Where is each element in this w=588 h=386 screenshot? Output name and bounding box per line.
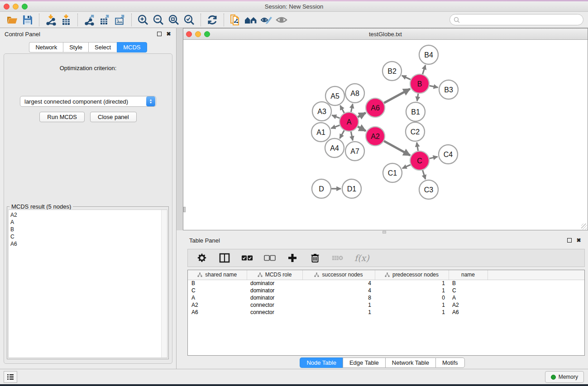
column-header-name[interactable]: name [449, 270, 488, 280]
table-tab-motifs[interactable]: Motifs [435, 357, 465, 368]
edge-A-A7[interactable] [351, 132, 353, 141]
edge-B-B1[interactable] [417, 94, 418, 101]
window-resize-grip[interactable] [581, 224, 587, 229]
zoom-selected-button[interactable] [182, 13, 197, 27]
cell-name[interactable]: A2 [449, 301, 488, 309]
graph-node-D[interactable]: D [312, 179, 331, 198]
table-tab-edge-table[interactable]: Edge Table [343, 357, 385, 368]
graph-node-A4[interactable]: A4 [325, 138, 344, 157]
graph-node-A8[interactable]: A8 [345, 84, 364, 103]
memory-button[interactable]: Memory [545, 371, 584, 383]
edge-A-A1[interactable] [331, 125, 340, 129]
zoom-out-button[interactable] [151, 13, 166, 27]
edge-A-A8[interactable] [351, 104, 353, 112]
run-mcds-button[interactable]: Run MCDS [39, 112, 85, 122]
cell-MCDS-role[interactable]: dominator [247, 287, 302, 294]
cell-successor-nodes[interactable]: 4 [302, 287, 375, 294]
edge-A-A5[interactable] [340, 105, 344, 113]
graph-node-B2[interactable]: B2 [382, 62, 402, 81]
zoom-fit-button[interactable] [166, 13, 182, 27]
export-image-button[interactable] [112, 13, 128, 27]
cell-predecessor-nodes[interactable]: 1 [375, 309, 449, 316]
float-table-panel-icon[interactable] [566, 238, 572, 243]
column-header-MCDS-role[interactable]: MCDS role [247, 270, 302, 280]
graph-node-A6[interactable]: A6 [366, 98, 385, 117]
cell-MCDS-role[interactable]: connector [247, 309, 302, 316]
function-builder-button[interactable]: f(x) [354, 252, 369, 264]
mcds-result-item[interactable]: A [10, 219, 161, 226]
split-divider[interactable] [177, 230, 588, 234]
cell-MCDS-role[interactable]: dominator [247, 294, 302, 301]
import-table-button[interactable] [58, 13, 74, 27]
edge-A6-B[interactable] [384, 89, 410, 103]
add-column-button[interactable] [287, 252, 298, 264]
network-canvas[interactable]: AA1A2A3A4A5A6A7A8BB1B2B3B4CC1C2C3C4DD1 [183, 40, 588, 230]
edge-C-C3[interactable] [423, 170, 425, 179]
clone-network-button[interactable] [228, 13, 243, 27]
cell-predecessor-nodes[interactable]: 1 [375, 287, 449, 294]
edge-B-B3[interactable] [430, 86, 438, 87]
node-table[interactable]: shared nameMCDS rolesuccessor nodesprede… [187, 270, 585, 356]
close-table-panel-icon[interactable]: ✖ [576, 238, 582, 243]
graph-node-B[interactable]: B [410, 74, 429, 93]
close-panel-button[interactable]: Close panel [90, 112, 137, 122]
cell-name[interactable]: C [449, 287, 488, 294]
graph-node-C1[interactable]: C1 [383, 163, 402, 182]
graph-node-B1[interactable]: B1 [406, 102, 425, 121]
edge-C-C4[interactable] [429, 157, 437, 158]
edge-A-A2[interactable] [358, 127, 366, 131]
delete-table-button[interactable] [332, 252, 344, 264]
edge-A-A3[interactable] [332, 115, 339, 119]
column-header-predecessor-nodes[interactable]: predecessor nodes [375, 270, 449, 280]
split-drag-handle[interactable] [382, 231, 386, 234]
control-tab-network[interactable]: Network [29, 42, 63, 52]
control-tab-mcds[interactable]: MCDS [117, 42, 147, 52]
edge-B-B4[interactable] [423, 65, 425, 74]
cell-MCDS-role[interactable]: dominator [247, 280, 302, 287]
table-row[interactable]: Cdominator41C [188, 287, 584, 294]
zoom-in-button[interactable] [135, 13, 151, 27]
cell-MCDS-role[interactable]: connector [247, 301, 302, 309]
mcds-result-item[interactable]: C [10, 233, 161, 240]
edge-A-A6[interactable] [358, 113, 365, 117]
table-row[interactable]: Bdominator41B [188, 280, 584, 287]
cell-predecessor-nodes[interactable]: 1 [375, 301, 449, 309]
mcds-result-item[interactable]: B [10, 226, 161, 233]
table-row[interactable]: A6connector11A6 [188, 309, 584, 316]
table-row[interactable]: Adominator80A [188, 294, 584, 301]
graph-node-A[interactable]: A [339, 112, 359, 131]
graph-node-A1[interactable]: A1 [311, 123, 330, 142]
graph-node-A7[interactable]: A7 [345, 142, 364, 161]
table-split-view-button[interactable] [219, 252, 230, 264]
search-box[interactable] [449, 14, 583, 25]
edge-C-C1[interactable] [402, 165, 411, 168]
graph-node-D1[interactable]: D1 [342, 179, 361, 198]
result-scrollbar[interactable] [161, 210, 167, 357]
hide-details-button[interactable] [258, 13, 274, 27]
mcds-result-item[interactable]: A6 [10, 240, 161, 248]
graph-node-A5[interactable]: A5 [325, 86, 344, 105]
cell-predecessor-nodes[interactable]: 0 [375, 294, 449, 301]
show-all-networks-button[interactable] [243, 13, 258, 27]
show-details-button[interactable] [274, 13, 289, 27]
import-network-button[interactable] [43, 13, 58, 27]
graph-node-C4[interactable]: C4 [439, 145, 458, 164]
graph-node-A2[interactable]: A2 [366, 127, 385, 146]
save-session-button[interactable] [20, 13, 35, 27]
graph-node-A3[interactable]: A3 [312, 102, 331, 121]
cell-successor-nodes[interactable]: 1 [302, 309, 375, 316]
cell-successor-nodes[interactable]: 8 [302, 294, 375, 301]
scrollbar-nub[interactable] [183, 207, 186, 212]
select-all-columns-button[interactable] [241, 252, 253, 264]
mcds-result-list[interactable]: A2ABCA6 [8, 210, 167, 358]
table-settings-button[interactable] [196, 252, 208, 264]
export-network-button[interactable] [81, 13, 97, 27]
graph-node-C2[interactable]: C2 [406, 122, 425, 141]
cell-shared-name[interactable]: A6 [188, 309, 247, 316]
mcds-result-item[interactable]: A2 [10, 211, 161, 219]
close-panel-icon[interactable]: ✖ [166, 31, 172, 37]
column-header-successor-nodes[interactable]: successor nodes [302, 270, 375, 280]
deselect-all-columns-button[interactable] [264, 252, 276, 264]
cell-name[interactable]: B [449, 280, 488, 287]
refresh-view-button[interactable] [205, 13, 220, 27]
